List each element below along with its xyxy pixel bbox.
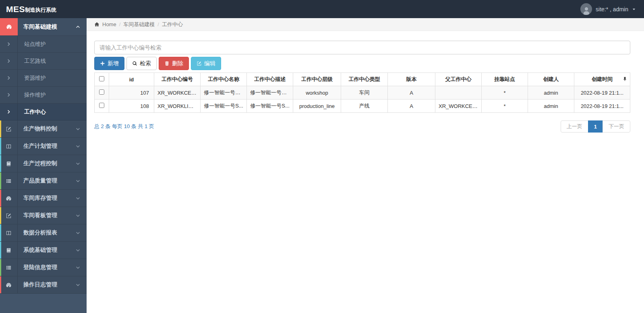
column-header-label: 父工作中心 xyxy=(445,76,472,82)
header-checkbox-cell xyxy=(95,73,109,86)
current-page-button[interactable]: 1 xyxy=(588,120,603,133)
add-button[interactable]: 新增 xyxy=(94,57,124,70)
add-button-label: 新增 xyxy=(108,60,119,67)
chevron-right-icon xyxy=(6,93,11,97)
sidebar-menu: 车间基础建模 站点维护 工艺路线 资源维护 操作维护 工作中心 生产物料控制 生… xyxy=(0,18,87,294)
sidebar-item-parent-5[interactable]: 车间看板管理 xyxy=(0,207,87,224)
cell-挂靠站点: * xyxy=(482,86,528,99)
subitem-chevron-cell xyxy=(0,87,18,103)
parent-icon-cell xyxy=(0,155,18,172)
cell-创建时间: 2022-08-19 21:1... xyxy=(574,99,630,113)
column-header-8: 挂靠站点 xyxy=(482,73,528,86)
sidebar-subitem-3[interactable]: 操作维护 xyxy=(0,87,87,104)
caret-down-icon xyxy=(632,7,636,11)
sidebar-parent-label: 系统基础管理 xyxy=(18,247,76,254)
accent-strip xyxy=(0,155,1,172)
sidebar-parent-label: 车间基础建模 xyxy=(18,23,76,31)
select-all-checkbox[interactable] xyxy=(99,76,104,81)
breadcrumb-label: 车间基础建模 xyxy=(123,21,155,28)
breadcrumb-label: Home xyxy=(102,21,116,27)
pencil-icon xyxy=(6,213,12,219)
pin-icon[interactable] xyxy=(623,77,627,83)
table-row: 108XR_WORKLINE...修一智能一号S...修一智能一号S...pro… xyxy=(95,99,630,113)
sidebar-subitem-label: 工作中心 xyxy=(18,108,87,116)
workcenter-table: id 工作中心编号 工作中心名称 工作中心描述 工作中心层级 工作中心类型 版本… xyxy=(94,73,630,113)
breadcrumb-item-2: 工作中心 xyxy=(162,21,183,28)
chevron-down-icon xyxy=(76,248,87,253)
dashboard-icon xyxy=(6,282,12,288)
delete-button[interactable]: 删除 xyxy=(159,57,189,70)
sidebar-item-parent-4[interactable]: 车间库存管理 xyxy=(0,190,87,207)
chevron-down-icon xyxy=(76,265,87,270)
sidebar-subitem-label: 资源维护 xyxy=(18,75,87,82)
subitem-chevron-cell xyxy=(0,53,18,69)
accent-strip xyxy=(0,190,1,207)
sidebar-item-parent-3[interactable]: 产品质量管理 xyxy=(0,172,87,190)
dashboard-icon xyxy=(6,24,12,30)
sidebar-item-parent-1[interactable]: 生产计划管理 xyxy=(0,138,87,155)
dashboard-icon xyxy=(6,195,12,201)
column-header-label: id xyxy=(129,77,134,83)
chevron-down-icon xyxy=(76,179,87,183)
subitem-chevron-cell xyxy=(0,70,18,86)
parent-icon-cell xyxy=(0,224,18,241)
chevron-down-icon xyxy=(76,162,87,166)
cell-创建人: admin xyxy=(528,99,574,113)
table-header-row: id 工作中心编号 工作中心名称 工作中心描述 工作中心层级 工作中心类型 版本… xyxy=(95,73,630,86)
accent-strip xyxy=(0,120,1,137)
sidebar-parent-label: 数据分析报表 xyxy=(18,229,76,236)
sidebar-subitem-label: 工艺路线 xyxy=(18,58,87,65)
edit-icon xyxy=(197,61,202,66)
cell-工作中心描述: 修一智能一号车间 xyxy=(247,86,293,99)
cell-工作中心类型: 产线 xyxy=(341,99,388,113)
chevron-down-icon xyxy=(76,214,87,218)
parent-icon-cell xyxy=(0,259,18,276)
subitem-chevron-cell xyxy=(0,36,18,52)
sidebar-subitem-0[interactable]: 站点维护 xyxy=(0,36,87,53)
sidebar: 车间基础建模 站点维护 工艺路线 资源维护 操作维护 工作中心 生产物料控制 生… xyxy=(0,18,87,313)
delete-button-label: 删除 xyxy=(172,60,183,67)
next-page-button[interactable]: 下一页 xyxy=(603,120,630,133)
row-checkbox[interactable] xyxy=(99,89,104,95)
accent-strip xyxy=(0,172,1,189)
parent-icon-cell xyxy=(0,138,18,155)
chevron-down-icon xyxy=(76,144,87,149)
app-logo: MES制造执行系统 xyxy=(6,4,56,14)
sidebar-item-parent-0[interactable]: 生产物料控制 xyxy=(0,120,87,138)
sidebar-item-parent-8[interactable]: 登陆信息管理 xyxy=(0,259,87,276)
pager: 上一页 1 下一页 xyxy=(561,120,630,133)
sidebar-subitem-label: 操作维护 xyxy=(18,91,87,99)
sidebar-subitem-2[interactable]: 资源维护 xyxy=(0,70,87,87)
edit-button-label: 编辑 xyxy=(204,60,215,67)
column-header-5: 工作中心类型 xyxy=(341,73,388,86)
breadcrumb-item-0[interactable]: Home xyxy=(94,21,116,27)
pagination-bar: 总 2 条 每页 10 条 共 1 页 上一页 1 下一页 xyxy=(94,120,630,133)
sidebar-subitem-1[interactable]: 工艺路线 xyxy=(0,53,87,70)
sidebar-parent-label: 生产过程控制 xyxy=(18,160,76,167)
sidebar-subitem-4[interactable]: 工作中心 xyxy=(0,104,87,120)
cell-id: 107 xyxy=(109,86,154,99)
chevron-right-icon xyxy=(6,42,11,46)
user-menu[interactable]: site:* , admin xyxy=(580,3,636,15)
parent-icon-cell xyxy=(0,242,18,259)
search-input[interactable] xyxy=(94,41,630,54)
cell-工作中心编号: XR_WORKCEN... xyxy=(154,86,201,99)
sidebar-item-parent-7[interactable]: 系统基础管理 xyxy=(0,242,87,259)
column-header-3: 工作中心描述 xyxy=(247,73,293,86)
search-button[interactable]: 检索 xyxy=(126,57,157,70)
row-checkbox[interactable] xyxy=(99,103,104,108)
sidebar-item-parent-6[interactable]: 数据分析报表 xyxy=(0,224,87,242)
top-navbar: MES制造执行系统 site:* , admin xyxy=(0,0,644,18)
chevron-right-icon xyxy=(6,59,11,63)
trash-icon xyxy=(164,61,170,66)
sidebar-item-parent-2[interactable]: 生产过程控制 xyxy=(0,155,87,172)
breadcrumb-item-1[interactable]: 车间基础建模 xyxy=(123,21,155,28)
accent-strip xyxy=(0,242,1,259)
sidebar-item-parent-active[interactable]: 车间基础建模 xyxy=(0,18,87,36)
plus-icon xyxy=(100,61,105,66)
prev-page-button[interactable]: 上一页 xyxy=(561,120,588,133)
sidebar-item-parent-9[interactable]: 操作日志管理 xyxy=(0,276,87,294)
chevron-down-icon xyxy=(76,196,87,201)
accent-strip xyxy=(0,138,1,155)
edit-button[interactable]: 编辑 xyxy=(191,57,221,70)
